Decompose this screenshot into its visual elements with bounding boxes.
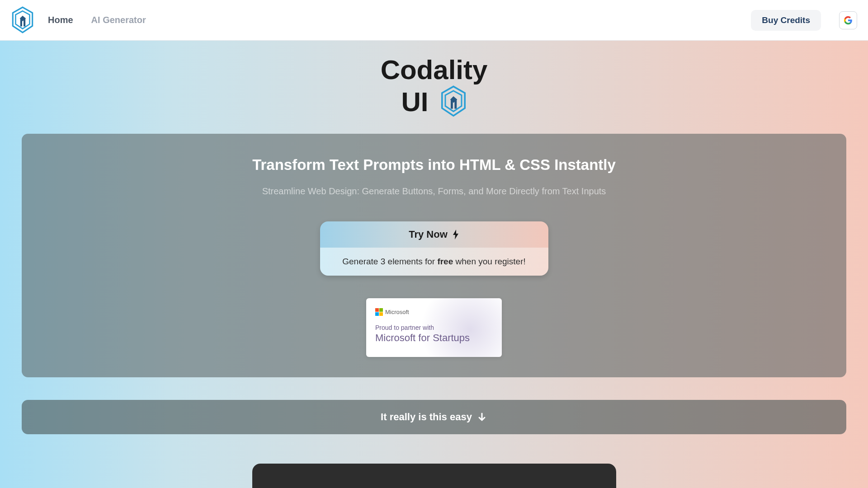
app-logo[interactable] <box>11 6 34 34</box>
main-content: Codality UI Transform Text Prompts into … <box>0 41 868 488</box>
microsoft-logo: Microsoft <box>375 308 493 316</box>
arrow-down-icon <box>476 412 487 422</box>
promo-suffix: when you register! <box>453 257 526 266</box>
card-subheading: Streamline Web Design: Generate Buttons,… <box>40 186 828 197</box>
content-card: Transform Text Prompts into HTML & CSS I… <box>22 134 846 377</box>
hero-title-line1: Codality <box>381 54 488 85</box>
try-now-promo: Generate 3 elements for free when you re… <box>320 248 548 276</box>
header-left: Home AI Generator <box>11 6 146 34</box>
easy-banner: It really is this easy <box>22 400 846 434</box>
logo-icon <box>11 6 34 34</box>
buy-credits-button[interactable]: Buy Credits <box>751 10 821 31</box>
easy-banner-text: It really is this easy <box>381 411 472 423</box>
demo-preview-card <box>252 464 616 488</box>
nav-home[interactable]: Home <box>48 15 73 25</box>
ms-partner-line2: Microsoft for Startups <box>375 332 493 344</box>
try-now-button[interactable]: Try Now <box>320 221 548 248</box>
nav-ai-generator[interactable]: AI Generator <box>91 15 146 25</box>
google-signin-button[interactable] <box>839 11 857 29</box>
hero-title-line2: UI <box>401 86 429 117</box>
try-now-container: Try Now Generate 3 elements for free whe… <box>320 221 548 276</box>
microsoft-partner-badge: Microsoft Proud to partner with Microsof… <box>366 298 502 357</box>
header-right: Buy Credits <box>751 10 857 31</box>
card-heading: Transform Text Prompts into HTML & CSS I… <box>40 156 828 174</box>
hero-title-row: UI <box>0 85 868 118</box>
ms-partner-line1: Proud to partner with <box>375 324 493 331</box>
nav-links: Home AI Generator <box>48 15 146 25</box>
microsoft-squares-icon <box>375 308 383 316</box>
google-icon <box>844 16 853 25</box>
hero-title: Codality UI <box>0 54 868 118</box>
promo-free: free <box>437 257 453 266</box>
lightning-icon <box>452 230 459 239</box>
microsoft-brand-text: Microsoft <box>385 309 409 315</box>
hero-logo-icon <box>440 85 467 118</box>
header: Home AI Generator Buy Credits <box>0 0 868 41</box>
promo-prefix: Generate 3 elements for <box>342 257 437 266</box>
try-now-label: Try Now <box>409 229 448 240</box>
